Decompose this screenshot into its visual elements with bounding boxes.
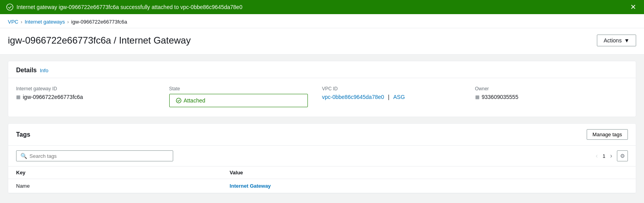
vpc-id-cell: VPC ID vpc-0bbe86c9645da78e0 | ASG	[322, 84, 475, 109]
breadcrumb-internet-gateways[interactable]: Internet gateways	[25, 19, 65, 25]
success-banner-content: Internet gateway igw-0966722e66773fc6a s…	[6, 4, 242, 11]
breadcrumb-current: igw-0966722e66773fc6a	[71, 19, 127, 25]
owner-value: ▦ 933609035555	[475, 94, 622, 100]
breadcrumb-sep-1: ›	[21, 19, 22, 25]
state-label: State	[169, 86, 316, 91]
actions-label: Actions	[604, 37, 622, 44]
actions-button[interactable]: Actions ▼	[597, 35, 636, 46]
table-row: NameInternet Gateway	[8, 179, 636, 193]
copy-gateway-id-icon[interactable]: ▦	[16, 94, 20, 100]
owner-label: Owner	[475, 86, 622, 91]
tags-title: Tags	[16, 131, 30, 138]
vpc-asg-link[interactable]: ASG	[393, 94, 405, 100]
tag-key-cell: Name	[8, 179, 222, 193]
attached-check-icon	[176, 98, 181, 103]
gateway-id-value: ▦ igw-0966722e66773fc6a	[16, 94, 163, 100]
owner-text: 933609035555	[482, 94, 518, 100]
gateway-id-cell: Internet gateway ID ▦ igw-0966722e66773f…	[16, 84, 169, 109]
state-cell: State Attached	[169, 84, 322, 109]
success-message: Internet gateway igw-0966722e66773fc6a s…	[16, 4, 242, 10]
vpc-id-value: vpc-0bbe86c9645da78e0 | ASG	[322, 94, 469, 100]
state-text: Attached	[184, 97, 205, 104]
search-box: 🔍	[16, 150, 173, 161]
gateway-id-text: igw-0966722e66773fc6a	[23, 94, 83, 100]
owner-cell: Owner ▦ 933609035555	[475, 84, 628, 109]
prev-page-button[interactable]: ‹	[594, 152, 599, 159]
success-banner: Internet gateway igw-0966722e66773fc6a s…	[0, 0, 644, 14]
page-header: igw-0966722e66773fc6a / Internet Gateway…	[0, 28, 644, 55]
next-page-button[interactable]: ›	[609, 152, 614, 159]
details-card-header: Details Info	[8, 61, 636, 78]
search-tags-input[interactable]	[29, 153, 169, 159]
actions-chevron-icon: ▼	[624, 37, 629, 44]
tags-table: Key Value NameInternet Gateway	[8, 166, 636, 193]
breadcrumb-sep-2: ›	[67, 19, 69, 25]
page-number: 1	[602, 153, 605, 159]
vpc-id-link[interactable]: vpc-0bbe86c9645da78e0	[322, 94, 384, 100]
table-header-row: Key Value	[8, 166, 636, 179]
vpc-id-separator: |	[386, 94, 391, 100]
details-grid: Internet gateway ID ▦ igw-0966722e66773f…	[8, 78, 636, 117]
svg-point-0	[7, 4, 13, 10]
table-settings-button[interactable]: ⚙	[617, 150, 628, 161]
state-attached-box: Attached	[169, 94, 308, 107]
close-banner-button[interactable]: ✕	[629, 4, 638, 11]
tags-card: Tags Manage tags 🔍 ‹ 1 › ⚙ Key Value	[8, 123, 636, 194]
search-icon: 🔍	[20, 153, 27, 159]
page-title: igw-0966722e66773fc6a / Internet Gateway	[8, 35, 191, 46]
vpc-id-label: VPC ID	[322, 86, 469, 91]
state-value: Attached	[176, 97, 302, 104]
details-title: Details	[16, 67, 37, 74]
tag-value-cell: Internet Gateway	[222, 179, 636, 193]
copy-owner-icon[interactable]: ▦	[475, 94, 479, 100]
info-badge[interactable]: Info	[40, 68, 48, 73]
svg-point-1	[176, 98, 181, 103]
details-card: Details Info Internet gateway ID ▦ igw-0…	[8, 61, 636, 117]
col-value-header: Value	[222, 166, 636, 179]
breadcrumb-vpc[interactable]: VPC	[8, 19, 18, 25]
gateway-id-label: Internet gateway ID	[16, 86, 163, 91]
success-circle-icon	[6, 4, 13, 11]
search-row: 🔍 ‹ 1 › ⚙	[8, 146, 636, 166]
main-content: Details Info Internet gateway ID ▦ igw-0…	[0, 55, 644, 203]
breadcrumb: VPC › Internet gateways › igw-0966722e66…	[0, 14, 644, 28]
manage-tags-button[interactable]: Manage tags	[587, 129, 628, 140]
tags-card-header: Tags Manage tags	[8, 124, 636, 146]
col-key-header: Key	[8, 166, 222, 179]
pagination: ‹ 1 › ⚙	[594, 150, 628, 161]
